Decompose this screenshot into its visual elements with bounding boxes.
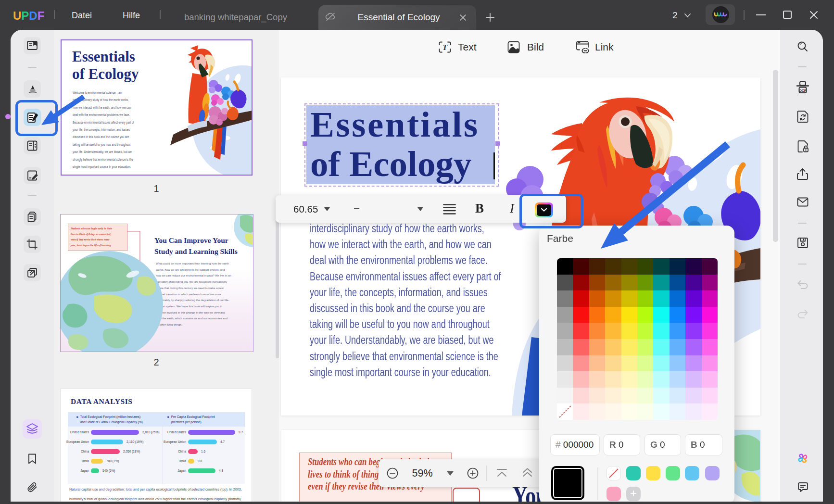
- svg-text:OCR: OCR: [799, 88, 807, 93]
- svg-text:T: T: [442, 43, 448, 52]
